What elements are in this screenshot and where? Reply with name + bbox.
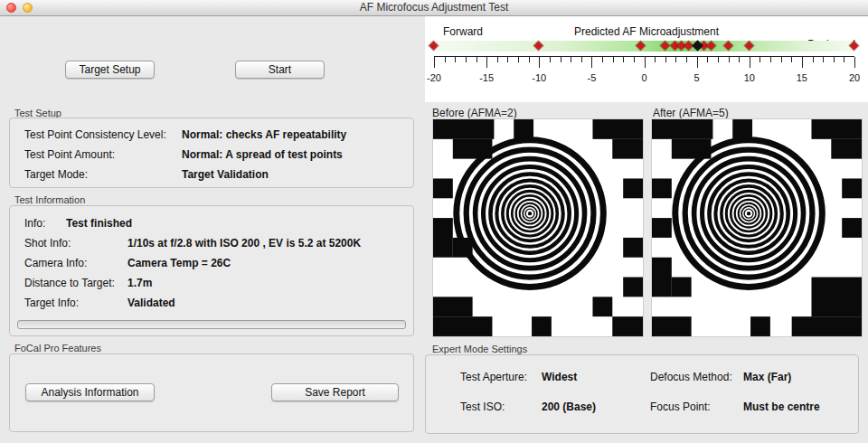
axis-tick	[823, 57, 824, 62]
axis-tick-label: 20	[839, 72, 868, 83]
sample-afma-marker	[850, 42, 859, 51]
window-controls	[6, 3, 33, 13]
sample-afma-marker	[723, 42, 732, 51]
sample-afma-marker	[429, 42, 439, 51]
axis-tick	[486, 57, 487, 68]
sample-afma-marker	[534, 42, 543, 51]
axis-tick	[550, 57, 551, 62]
axis-tick	[791, 57, 792, 62]
axis-tick-label: 0	[629, 72, 660, 83]
app-window: AF Microfocus Adjustment Test Target Set…	[0, 0, 868, 443]
axis-tick-label: 10	[734, 72, 765, 83]
axis-tick	[844, 57, 844, 62]
axis-tick	[707, 57, 708, 62]
axis-tick	[802, 57, 803, 68]
row-label: Distance to Target:	[24, 277, 127, 289]
row-value: Test finished	[66, 217, 132, 230]
afma-scale-panel: Forward Predicted AF Microadjustment Bac…	[425, 16, 868, 102]
expert-settings-group-title: Expert Mode Settings	[432, 344, 527, 354]
test-iso-label: Test ISO:	[460, 401, 542, 413]
axis-tick	[813, 57, 814, 62]
row-value: Camera Temp = 26C	[127, 257, 231, 269]
axis-tick	[507, 57, 508, 62]
test-iso-value: 200 (Base)	[542, 401, 650, 413]
axis-tick	[697, 57, 698, 68]
axis-tick	[455, 57, 456, 62]
axis-tick	[645, 57, 646, 68]
focal-features-group-title: FoCal Pro Features	[14, 343, 101, 353]
axis-tick-label: -10	[524, 72, 554, 83]
row-value: Validated	[127, 297, 175, 309]
axis-tick	[581, 57, 582, 62]
shot-info-row: Shot Info: 1/10s at f/2.8 with ISO 200 ,…	[24, 233, 413, 253]
row-value: Normal: checks AF repeatability	[182, 128, 346, 141]
axis-tick	[466, 57, 467, 62]
axis-tick	[686, 57, 687, 62]
row-label: Shot Info:	[24, 237, 127, 250]
axis-tick	[729, 57, 730, 62]
axis-tick	[613, 57, 614, 62]
row-label: Info:	[24, 217, 66, 230]
window-title: AF Microfocus Adjustment Test	[0, 0, 868, 15]
before-image-label: Before (AFMA=2)	[432, 107, 517, 119]
close-button[interactable]	[6, 3, 16, 13]
axis-tick	[854, 57, 855, 68]
test-point-amount-row: Test Point Amount: Normal: A spread of t…	[24, 145, 413, 165]
defocus-method-label: Defocus Method:	[650, 371, 743, 383]
row-label: Target Mode:	[24, 168, 182, 181]
test-point-consistency-row: Test Point Consistency Level: Normal: ch…	[24, 125, 413, 145]
axis-tick	[739, 57, 740, 62]
target-setup-button[interactable]: Target Setup	[65, 61, 155, 79]
axis-tick	[750, 57, 750, 68]
axis-tick	[718, 57, 719, 62]
distance-row: Distance to Target: 1.7m	[24, 273, 413, 293]
test-information-group-title: Test Information	[14, 194, 85, 205]
after-target-image	[651, 118, 863, 337]
axis-tick-label: 5	[682, 72, 712, 83]
afma-ruler: -20-15-10-505101520	[434, 56, 854, 96]
axis-tick	[760, 57, 760, 62]
defocus-method-value: Max (Far)	[743, 371, 858, 383]
axis-tick	[665, 57, 666, 62]
minimize-button[interactable]	[23, 3, 33, 13]
afma-band	[434, 41, 854, 52]
start-button[interactable]: Start	[235, 61, 325, 79]
axis-tick	[634, 57, 635, 62]
sample-afma-marker	[660, 42, 669, 51]
forward-label: Forward	[443, 25, 483, 38]
axis-tick	[591, 57, 592, 68]
axis-tick	[655, 57, 656, 62]
save-report-button[interactable]: Save Report	[271, 383, 399, 401]
axis-tick	[476, 57, 477, 62]
row-label: Target Info:	[24, 297, 127, 309]
analysis-information-button[interactable]: Analysis Information	[25, 383, 155, 401]
axis-tick	[571, 57, 571, 62]
before-target-image	[432, 118, 644, 337]
axis-tick	[445, 57, 446, 62]
focus-point-label: Focus Point:	[650, 401, 743, 413]
test-aperture-value: Widest	[542, 371, 650, 383]
axis-tick	[518, 57, 519, 62]
axis-tick	[623, 57, 624, 62]
test-information-group: Info: Test finished Shot Info: 1/10s at …	[9, 205, 414, 336]
axis-tick-label: 15	[787, 72, 817, 83]
row-value: Normal: A spread of test points	[182, 148, 343, 161]
axis-tick-label: -5	[576, 72, 607, 83]
axis-tick	[781, 57, 782, 62]
afma-scale-header: Forward Predicted AF Microadjustment Bac…	[425, 25, 868, 38]
target-mode-row: Target Mode: Target Validation	[24, 165, 413, 184]
axis-tick	[434, 57, 435, 68]
axis-tick	[834, 57, 835, 62]
axis-tick	[561, 57, 561, 62]
row-label: Test Point Amount:	[24, 148, 182, 161]
test-setup-group: Test Point Consistency Level: Normal: ch…	[9, 118, 414, 188]
expert-settings-grid: Test Aperture: Widest Defocus Method: Ma…	[426, 355, 858, 413]
sample-afma-marker	[706, 42, 715, 51]
axis-tick-label: -20	[419, 72, 449, 83]
title-bar: AF Microfocus Adjustment Test	[0, 0, 868, 16]
focus-point-value: Must be centre	[743, 401, 858, 413]
axis-tick	[675, 57, 676, 62]
row-value: 1/10s at f/2.8 with ISO 200 , EV is 5.2 …	[127, 237, 361, 250]
test-progress-bar	[17, 320, 406, 329]
row-label: Test Point Consistency Level:	[24, 128, 182, 141]
